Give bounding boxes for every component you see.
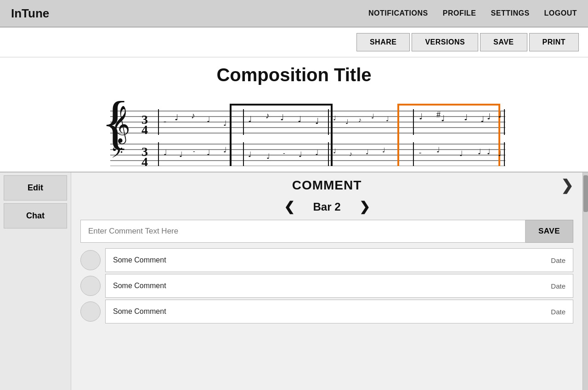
- save-button[interactable]: SAVE: [480, 33, 527, 51]
- bottom-panel: Edit Chat COMMENT ❯ ❮ Bar 2 ❯ SAVE Some …: [0, 173, 588, 390]
- comment-row: Some Comment Date: [80, 248, 573, 272]
- svg-text:♩: ♩: [248, 150, 252, 158]
- comment-row: Some Comment Date: [80, 300, 573, 323]
- svg-text:♩: ♩: [487, 148, 491, 156]
- bar-label: Bar 2: [313, 201, 340, 213]
- app-header: InTune NOTIFICATIONS PROFILE SETTINGS LO…: [0, 0, 588, 28]
- avatar: [80, 250, 101, 270]
- svg-text:-: -: [283, 150, 285, 156]
- comment-date: Date: [551, 282, 565, 290]
- avatar: [80, 301, 101, 322]
- comment-input-row: SAVE: [80, 220, 573, 243]
- comment-title: COMMENT: [292, 178, 362, 193]
- chat-button[interactable]: Chat: [4, 203, 67, 228]
- svg-text:♩: ♩: [464, 113, 468, 122]
- svg-text:♪: ♪: [349, 150, 352, 157]
- svg-text:♩: ♩: [207, 149, 210, 156]
- app-logo: InTune: [11, 6, 49, 21]
- svg-text:♩: ♩: [164, 149, 167, 156]
- comment-text: Some Comment: [113, 256, 166, 264]
- svg-text:♩: ♩: [223, 146, 227, 154]
- svg-text:♩: ♩: [386, 116, 389, 123]
- svg-text:♩: ♩: [478, 148, 481, 156]
- svg-text:♩: ♩: [345, 118, 349, 125]
- comment-bubble: Some Comment Date: [105, 274, 573, 298]
- comment-bubble: Some Comment Date: [105, 248, 573, 272]
- print-button[interactable]: PRINT: [529, 33, 579, 51]
- svg-text:#: #: [436, 110, 441, 119]
- svg-text:♩: ♩: [175, 113, 178, 122]
- composition-title: Composition Title: [18, 65, 570, 85]
- share-button[interactable]: SHARE: [356, 33, 410, 51]
- comments-list: Some Comment Date Some Comment Date Some…: [80, 248, 573, 390]
- nav-settings[interactable]: SETTINGS: [491, 9, 530, 17]
- comment-date: Date: [551, 256, 565, 264]
- scrollbar-thumb[interactable]: [583, 175, 588, 212]
- svg-text:♪: ♪: [191, 111, 195, 120]
- chevron-down-icon[interactable]: ❯: [561, 177, 573, 194]
- svg-text:♩: ♩: [487, 112, 491, 121]
- comment-row: Some Comment Date: [80, 274, 573, 298]
- top-nav: NOTIFICATIONS PROFILE SETTINGS LOGOUT: [368, 9, 577, 17]
- next-bar-button[interactable]: ❯: [356, 199, 373, 214]
- svg-text:♩: ♩: [436, 146, 440, 154]
- comment-text: Some Comment: [113, 307, 166, 316]
- prev-bar-button[interactable]: ❮: [280, 199, 298, 214]
- svg-text:♩: ♩: [419, 112, 423, 121]
- comment-header: COMMENT ❯: [80, 173, 573, 196]
- svg-text:♩: ♩: [333, 115, 336, 122]
- comment-date: Date: [551, 308, 565, 316]
- svg-text:𝄢: 𝄢: [111, 144, 123, 165]
- svg-text:♩: ♩: [315, 149, 319, 156]
- avatar: [80, 276, 101, 296]
- svg-text:♩: ♩: [248, 115, 252, 124]
- svg-text:♩: ♩: [382, 147, 385, 154]
- comment-bubble: Some Comment Date: [105, 300, 573, 323]
- nav-notifications[interactable]: NOTIFICATIONS: [368, 9, 428, 17]
- svg-text:♩: ♩: [298, 115, 301, 124]
- svg-text:♩: ♩: [366, 149, 369, 156]
- svg-text:♩: ♩: [299, 150, 302, 158]
- svg-text:♩: ♩: [441, 114, 445, 123]
- svg-text:-: -: [193, 148, 195, 155]
- sheet-music-svg: { 𝄞 𝄢 3 4 3 4: [74, 93, 514, 166]
- versions-button[interactable]: VERSIONS: [412, 33, 478, 51]
- svg-text:♪: ♪: [266, 111, 270, 120]
- bar-navigation: ❮ Bar 2 ❯: [80, 196, 573, 220]
- svg-text:♩: ♩: [459, 150, 463, 157]
- svg-text:♩: ♩: [179, 150, 183, 158]
- nav-logout[interactable]: LOGOUT: [544, 9, 577, 17]
- svg-text:4: 4: [141, 123, 148, 137]
- svg-text:𝄞: 𝄞: [111, 106, 130, 145]
- comment-save-button[interactable]: SAVE: [526, 220, 573, 243]
- svg-text:♩: ♩: [207, 116, 210, 123]
- nav-profile[interactable]: PROFILE: [443, 9, 476, 17]
- toolbar: SHARE VERSIONS SAVE PRINT: [0, 28, 588, 57]
- svg-text:4: 4: [141, 155, 148, 166]
- svg-text:♩: ♩: [315, 117, 319, 126]
- svg-text:♩: ♩: [498, 150, 502, 157]
- svg-text:♩: ♩: [333, 148, 336, 155]
- svg-text:♪: ♪: [358, 117, 362, 123]
- comment-text: Some Comment: [113, 282, 166, 290]
- svg-text:♩: ♩: [266, 152, 270, 160]
- svg-text:♩: ♩: [481, 115, 484, 124]
- svg-text:♩: ♩: [371, 113, 374, 120]
- svg-text:♩: ♩: [223, 119, 227, 127]
- comment-area: COMMENT ❯ ❮ Bar 2 ❯ SAVE Some Comment Da…: [71, 173, 582, 390]
- svg-text:♩: ♩: [280, 113, 284, 122]
- svg-text:♩: ♩: [498, 110, 502, 119]
- scrollbar-track[interactable]: [582, 173, 588, 390]
- sidebar: Edit Chat: [0, 173, 71, 390]
- score-area: Composition Title { 𝄞 𝄢 3 4: [0, 57, 588, 173]
- svg-text:-: -: [419, 149, 421, 156]
- svg-text:-: -: [164, 117, 166, 126]
- comment-input[interactable]: [80, 220, 526, 243]
- sheet-music: { 𝄞 𝄢 3 4 3 4: [18, 93, 570, 166]
- edit-button[interactable]: Edit: [4, 175, 67, 201]
